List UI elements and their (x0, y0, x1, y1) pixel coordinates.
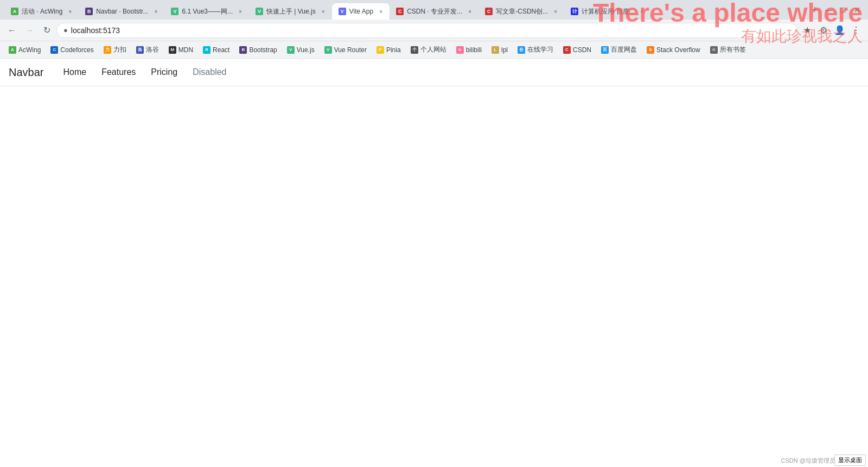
bookmark-pinia[interactable]: PPinia (372, 44, 405, 56)
tab-close-button[interactable]: × (376, 7, 385, 16)
bookmark-洛谷[interactable]: 洛洛谷 (132, 43, 163, 56)
bookmark-favicon: V (324, 46, 332, 54)
tab-title: 计算机应用 百度... (582, 7, 634, 16)
tab-favicon: 计 (571, 8, 578, 15)
bookmark-stack-overflow[interactable]: SStack Overflow (642, 44, 705, 56)
bookmark-acwing[interactable]: AAcWing (4, 44, 45, 56)
bookmark-favicon: C (563, 46, 571, 54)
bookmark-csdn[interactable]: CCSDN (559, 44, 596, 56)
bookmark-star-icon[interactable]: ★ (800, 23, 815, 38)
title-bar: A活动 · AcWing×BNavbar · Bootstr...×V6.1 V… (0, 0, 868, 20)
tab-favicon: V (256, 8, 263, 15)
profile-icon[interactable]: 👤 (832, 23, 847, 38)
bookmark-百度网盘[interactable]: 百百度网盘 (597, 43, 641, 56)
close-button[interactable]: ✕ (851, 3, 864, 16)
bookmark-react[interactable]: RReact (199, 44, 234, 56)
new-tab-button[interactable]: + (807, 2, 822, 17)
nav-link-disabled: Disabled (186, 63, 233, 81)
bookmark-所有书签[interactable]: ☆所有书签 (706, 43, 750, 56)
bookmark-favicon: S (647, 46, 654, 54)
bookmark-label: Vue.js (297, 46, 315, 54)
bookmark-bootstrap[interactable]: BBootstrap (235, 44, 281, 56)
nav-link-features[interactable]: Features (95, 63, 142, 81)
tab-favicon: B (85, 8, 93, 15)
tab-title: 快速上手 | Vue.js (266, 7, 316, 16)
browser-tab-4[interactable]: V快速上手 | Vue.js× (249, 3, 332, 20)
address-text: localhost:5173 (71, 26, 790, 35)
bookmark-个人网站[interactable]: 个个人网站 (406, 43, 451, 56)
browser-tab-7[interactable]: C写文章-CSDN创...× (478, 3, 564, 20)
browser-tab-8[interactable]: 计计算机应用 百度...× (564, 3, 650, 20)
browser-window: A活动 · AcWing×BNavbar · Bootstr...×V6.1 V… (0, 0, 868, 467)
bookmark-favicon: R (203, 46, 210, 54)
tab-favicon: C (396, 8, 404, 15)
nav-link-home[interactable]: Home (56, 63, 93, 81)
bookmarks-bar: AAcWingCCodeforces力力扣洛洛谷MMDNRReactBBoots… (0, 41, 868, 59)
tab-favicon: V (339, 8, 346, 15)
tab-title: Navbar · Bootstr... (96, 8, 148, 15)
tab-title: CSDN · 专业开发... (407, 7, 462, 16)
tab-close-button[interactable]: × (151, 7, 160, 16)
navbar-brand[interactable]: Navbar (9, 66, 43, 79)
bookmark-vue.js[interactable]: VVue.js (283, 44, 319, 56)
tab-close-button[interactable]: × (638, 7, 647, 16)
bookmark-favicon: A (9, 46, 16, 54)
tab-favicon: A (11, 8, 18, 15)
bookmark-favicon: b (456, 46, 464, 54)
bookmark-bilibili[interactable]: bbilibili (452, 44, 486, 56)
bookmark-label: Vue Router (334, 46, 367, 54)
bookmark-label: 个人网站 (420, 45, 446, 54)
bookmark-label: lpl (501, 46, 508, 54)
more-menu-icon[interactable]: ⋮ (848, 23, 864, 38)
bookmark-label: AcWing (18, 46, 41, 54)
bookmark-lpl[interactable]: Llpl (487, 44, 512, 56)
bookmark-vue-router[interactable]: VVue Router (320, 44, 371, 56)
bookmark-label: bilibili (466, 46, 482, 54)
navbar-nav: Home Features Pricing Disabled (56, 63, 233, 81)
tab-close-button[interactable]: × (551, 7, 560, 16)
bookmark-label: 百度网盘 (611, 45, 637, 54)
tab-favicon: C (485, 8, 493, 15)
bookmark-label: 洛谷 (146, 45, 159, 54)
tab-close-button[interactable]: × (465, 7, 474, 16)
bookmark-label: Pinia (386, 46, 401, 54)
bookmark-favicon: V (287, 46, 295, 54)
bookmark-favicon: C (50, 46, 58, 54)
bookmark-favicon: B (239, 46, 247, 54)
browser-tab-3[interactable]: V6.1 Vue3——网...× (164, 3, 249, 20)
bookmark-codeforces[interactable]: CCodeforces (46, 44, 98, 56)
bookmark-label: MDN (178, 46, 193, 54)
show-desktop-button[interactable]: 显示桌面 (834, 455, 866, 466)
browser-tab-2[interactable]: BNavbar · Bootstr...× (79, 3, 164, 20)
tab-close-button[interactable]: × (319, 7, 328, 16)
bookmark-力扣[interactable]: 力力扣 (99, 43, 131, 56)
bootstrap-navbar: Navbar Home Features Pricing Disabled (0, 59, 868, 86)
address-bar[interactable]: ● localhost:5173 (56, 23, 797, 38)
tab-close-button[interactable]: × (236, 7, 245, 16)
back-button[interactable]: ← (4, 23, 20, 38)
browser-tab-1[interactable]: A活动 · AcWing× (4, 3, 79, 20)
browser-tab-5[interactable]: VVite App× (332, 3, 390, 20)
bookmark-label: 所有书签 (720, 45, 746, 54)
bookmark-label: React (213, 46, 229, 54)
bookmark-mdn[interactable]: MMDN (164, 44, 197, 56)
tab-close-button[interactable]: × (66, 7, 74, 16)
bookmark-在线学习[interactable]: 在在线学习 (513, 43, 558, 56)
extension-puzzle-icon[interactable]: ⚙ (816, 23, 831, 38)
bookmark-label: CSDN (573, 46, 591, 54)
nav-link-pricing[interactable]: Pricing (144, 63, 184, 81)
browser-tab-6[interactable]: CCSDN · 专业开发...× (390, 3, 478, 20)
tab-favicon: V (171, 8, 178, 15)
bookmark-label: 力扣 (113, 45, 126, 54)
bookmark-favicon: ☆ (710, 46, 718, 54)
maximize-button[interactable]: □ (837, 3, 850, 16)
forward-button[interactable]: → (22, 23, 37, 38)
bookmark-label: Bootstrap (249, 46, 277, 54)
minimize-button[interactable]: — (822, 3, 835, 16)
refresh-button[interactable]: ↻ (39, 23, 54, 38)
tab-list: A活动 · AcWing×BNavbar · Bootstr...×V6.1 V… (4, 0, 807, 20)
bookmark-favicon: P (376, 46, 384, 54)
page-content: Navbar Home Features Pricing Disabled (0, 59, 868, 467)
toolbar: ← → ↻ ● localhost:5173 ★ ⚙ 👤 ⋮ (0, 20, 868, 41)
bookmark-favicon: 力 (104, 46, 111, 54)
